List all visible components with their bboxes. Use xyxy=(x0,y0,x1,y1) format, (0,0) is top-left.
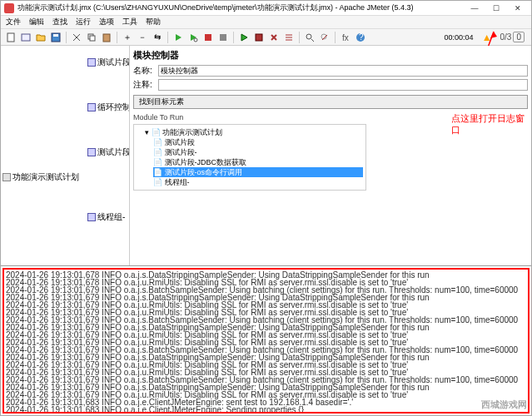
tree-item-icon xyxy=(87,148,96,156)
log-line: 2024-01-26 19:13:01,683 INFO o.a.j.e.Cli… xyxy=(6,406,526,414)
tree-item-icon xyxy=(87,213,96,221)
function-helper-button[interactable]: fx xyxy=(339,31,352,44)
help-button[interactable]: ? xyxy=(354,31,367,44)
toolbar-separator xyxy=(66,32,67,43)
close-button[interactable]: ✕ xyxy=(508,2,528,14)
jmeter-window: 功能演示测试计划.jmx (C:\Users\ZHANGYUXUN\OneDri… xyxy=(0,0,532,416)
tree-item[interactable]: 线程组-模块控制器-测试片段模块控制器一测试片段模块控制器一JDBC数据获取模块… xyxy=(87,167,130,265)
svg-rect-7 xyxy=(103,34,110,42)
tree-item-label: 功能演示测试计划 xyxy=(12,172,79,182)
svg-text:?: ? xyxy=(359,32,364,42)
toolbar-separator xyxy=(167,32,168,43)
thread-stats: 0/30 xyxy=(497,32,528,42)
svg-rect-4 xyxy=(53,34,58,37)
new-button[interactable] xyxy=(4,31,17,44)
stop-button[interactable] xyxy=(201,31,215,44)
name-label: 名称: xyxy=(133,65,158,77)
comment-field[interactable] xyxy=(158,79,528,91)
menu-help[interactable]: 帮助 xyxy=(144,17,162,27)
svg-rect-2 xyxy=(22,34,30,41)
save-button[interactable] xyxy=(49,31,62,44)
toggle-button[interactable]: ⇆ xyxy=(151,31,164,44)
minimize-button[interactable]: — xyxy=(465,2,485,14)
tree-item[interactable]: 测试片段-HTTP请求_log/log/用户自定义变量测试片段-JDBC数据获取… xyxy=(87,137,130,167)
error-count: 0 xyxy=(513,32,525,42)
tree-item-icon xyxy=(87,103,96,111)
reset-search-button[interactable] xyxy=(318,31,331,44)
tree-item-icon xyxy=(87,58,96,67)
svg-rect-11 xyxy=(256,34,262,41)
svg-point-8 xyxy=(194,38,197,42)
module-tree-root[interactable]: ▾ 📄 功能演示测试计划 xyxy=(145,127,363,137)
toolbar: ＋ － ⇆ fx ? 00:00:04 ▲ 0/30 xyxy=(1,29,531,46)
comment-label: 注释: xyxy=(133,79,158,91)
window-controls: — ☐ ✕ xyxy=(465,2,528,14)
collapse-button[interactable]: － xyxy=(136,31,149,44)
svg-rect-10 xyxy=(220,34,226,41)
start-button[interactable] xyxy=(172,31,185,44)
menu-search[interactable]: 查找 xyxy=(51,17,69,27)
menu-tools[interactable]: 工具 xyxy=(121,17,139,27)
tree-item[interactable]: 循环控制器CSV 数据文件设置HTTP信息头管理器计数器随机变量HTTP请求-c… xyxy=(87,77,130,137)
menu-file[interactable]: 文件 xyxy=(4,17,22,27)
module-tree-item[interactable]: 📄 测试片段-os命令行调用 xyxy=(153,167,363,177)
svg-rect-0 xyxy=(4,3,14,13)
shutdown-button[interactable] xyxy=(216,31,230,44)
find-target-button[interactable]: 找到目标元素 xyxy=(133,95,528,109)
tree-item-label: 循环控制器 xyxy=(97,102,130,112)
tree-item-label: 线程组- xyxy=(97,212,125,222)
toolbar-separator xyxy=(117,32,117,43)
menu-run[interactable]: 运行 xyxy=(74,17,92,27)
search-button[interactable] xyxy=(303,31,316,44)
start-no-timers-button[interactable] xyxy=(186,31,200,44)
cut-button[interactable] xyxy=(70,31,83,44)
module-tree-item[interactable]: 📄 测试片段- xyxy=(153,147,363,157)
tree-item-label: 测试片段- xyxy=(97,147,130,157)
module-tree-item[interactable]: 📄 测试片段 xyxy=(153,137,363,147)
annotation-text: 点这里打开日志窗口 xyxy=(451,112,526,136)
app-icon xyxy=(4,3,14,13)
body-area: 功能演示测试计划测试片段用户自定义变量HTTP请求_log/get/log正则表… xyxy=(1,46,531,415)
menubar: 文件 编辑 查找 运行 选项 工具 帮助 xyxy=(1,16,531,29)
name-field[interactable] xyxy=(158,65,528,77)
test-plan-tree[interactable]: 功能演示测试计划测试片段用户自定义变量HTTP请求_log/get/log正则表… xyxy=(1,46,130,265)
toolbar-separator xyxy=(335,32,336,43)
templates-button[interactable] xyxy=(19,31,32,44)
menu-edit[interactable]: 编辑 xyxy=(27,17,46,27)
copy-button[interactable] xyxy=(85,31,98,44)
expand-button[interactable]: ＋ xyxy=(121,31,134,44)
svg-rect-6 xyxy=(90,36,95,41)
svg-rect-1 xyxy=(7,33,14,42)
toolbar-separator xyxy=(233,32,234,43)
editor-pane: 模块控制器 名称: 注释: 找到目标元素 Module To Run ▾ 📄 功… xyxy=(130,46,531,265)
log-panel[interactable]: 2024-01-26 19:13:01,678 INFO o.a.j.s.Dat… xyxy=(2,268,530,414)
toolbar-separator xyxy=(299,32,300,43)
elapsed-timer: 00:00:04 xyxy=(445,33,474,42)
svg-rect-9 xyxy=(205,34,211,41)
tree-item-label: 测试片段 xyxy=(97,57,130,67)
paste-button[interactable] xyxy=(100,31,113,44)
module-tree-item[interactable]: 📄 测试片段-JDBC数据获取 xyxy=(153,157,363,167)
tree-item-icon xyxy=(2,173,11,181)
open-button[interactable] xyxy=(34,31,47,44)
module-tree-item[interactable]: 📄 线程组- xyxy=(153,177,363,187)
remote-start-button[interactable] xyxy=(237,31,251,44)
module-tree[interactable]: ▾ 📄 功能演示测试计划 📄 测试片段 📄 测试片段- 📄 测试片段-JDBC数… xyxy=(133,124,366,191)
remote-stop-button[interactable] xyxy=(252,31,266,44)
watermark: 西城游戏网 xyxy=(481,399,527,411)
tree-item[interactable]: 功能演示测试计划测试片段用户自定义变量HTTP请求_log/get/log正则表… xyxy=(2,47,127,265)
warning-icon[interactable]: ▲ xyxy=(482,32,492,43)
svg-point-12 xyxy=(306,34,311,39)
titlebar: 功能演示测试计划.jmx (C:\Users\ZHANGYUXUN\OneDri… xyxy=(1,1,531,16)
menu-options[interactable]: 选项 xyxy=(97,17,116,27)
maximize-button[interactable]: ☐ xyxy=(486,2,506,14)
tree-item[interactable]: 测试片段用户自定义变量HTTP请求_log/get/log正则表达式提取器Bea… xyxy=(87,47,130,77)
top-panes: 功能演示测试计划测试片段用户自定义变量HTTP请求_log/get/log正则表… xyxy=(1,46,531,266)
svg-text:fx: fx xyxy=(342,33,349,42)
component-title: 模块控制器 xyxy=(133,49,528,62)
clear-all-button[interactable] xyxy=(282,31,296,44)
window-title: 功能演示测试计划.jmx (C:\Users\ZHANGYUXUN\OneDri… xyxy=(17,2,465,13)
clear-button[interactable] xyxy=(267,31,281,44)
